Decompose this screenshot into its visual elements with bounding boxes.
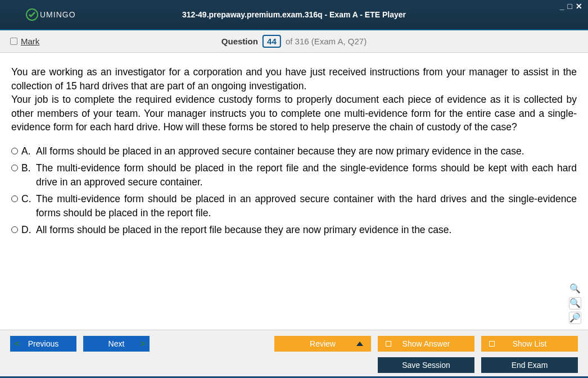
maximize-icon[interactable]: □ (568, 2, 572, 10)
option-d[interactable]: D. All forms should be placed in the rep… (11, 223, 577, 237)
review-button[interactable]: Review (274, 336, 371, 352)
close-icon[interactable]: ✕ (576, 2, 582, 10)
triangle-up-icon (356, 341, 363, 346)
save-session-button[interactable]: Save Session (378, 357, 474, 373)
show-list-button[interactable]: Show List (481, 336, 578, 352)
next-button[interactable]: Next > (83, 336, 150, 352)
previous-label: Previous (28, 339, 58, 348)
mark-label: Mark (21, 37, 39, 46)
end-exam-button[interactable]: End Exam (481, 357, 578, 373)
question-content: You are working as an investigator for a… (0, 53, 588, 330)
radio-icon[interactable] (11, 148, 18, 154)
end-exam-label: End Exam (512, 361, 548, 370)
option-c[interactable]: C. The multi-evidence form should be pla… (11, 192, 577, 220)
brand-text: UMINGO (40, 10, 76, 19)
radio-icon[interactable] (11, 195, 18, 202)
show-answer-button[interactable]: Show Answer (378, 336, 474, 352)
option-letter: A. (21, 144, 33, 158)
option-text: The multi-evidence form should be placed… (36, 192, 577, 220)
option-text: All forms should be placed in an approve… (36, 144, 577, 158)
question-counter: Question 44 of 316 (Exam A, Q27) (221, 35, 367, 48)
question-total: of 316 (Exam A, Q27) (286, 37, 367, 46)
window-controls: _ □ ✕ (560, 2, 582, 10)
question-header-bar: Mark Question 44 of 316 (Exam A, Q27) (0, 30, 588, 53)
radio-icon[interactable] (11, 226, 18, 233)
title-bar: UMINGO 312-49.prepaway.premium.exam.316q… (0, 0, 588, 30)
zoom-out-icon[interactable]: 🔎 (569, 312, 581, 324)
zoom-in-icon[interactable]: 🔍 (569, 297, 581, 309)
option-b[interactable]: B. The multi-evidence form should be pla… (11, 161, 577, 189)
chevron-right-icon: > (141, 339, 145, 348)
show-list-label: Show List (513, 339, 547, 348)
question-word: Question (221, 37, 258, 46)
radio-icon[interactable] (11, 165, 18, 171)
checkmark-icon (25, 8, 39, 21)
search-icon[interactable]: 🔍 (569, 283, 581, 295)
mark-checkbox-icon[interactable] (10, 38, 17, 45)
question-text-p2: Your job is to complete the required evi… (11, 94, 577, 133)
bottom-toolbar: < Previous Next > Review Show Answer Sho… (0, 330, 588, 376)
previous-button[interactable]: < Previous (10, 336, 76, 352)
checkbox-icon (489, 341, 495, 347)
option-text: The multi-evidence form should be placed… (36, 161, 577, 189)
save-session-label: Save Session (402, 361, 450, 370)
option-text: All forms should be placed in the report… (36, 223, 577, 237)
chevron-left-icon: < (15, 339, 19, 348)
window-title: 312-49.prepaway.premium.exam.316q - Exam… (182, 10, 406, 19)
option-letter: C. (21, 192, 33, 206)
option-letter: B. (21, 161, 33, 175)
option-a[interactable]: A. All forms should be placed in an appr… (11, 144, 577, 158)
answer-options: A. All forms should be placed in an appr… (11, 144, 577, 237)
show-answer-label: Show Answer (402, 339, 450, 348)
minimize-icon[interactable]: _ (560, 2, 564, 10)
brand-logo: UMINGO (25, 8, 76, 21)
question-text: You are working as an investigator for a… (11, 65, 577, 134)
question-text-p1: You are working as an investigator for a… (11, 66, 577, 92)
question-number-input[interactable]: 44 (263, 35, 281, 48)
next-label: Next (108, 339, 125, 348)
mark-toggle[interactable]: Mark (10, 37, 39, 46)
checkbox-icon (386, 341, 391, 347)
review-label: Review (310, 339, 336, 348)
zoom-tools: 🔍 🔍 🔎 (569, 283, 581, 324)
option-letter: D. (21, 223, 33, 237)
